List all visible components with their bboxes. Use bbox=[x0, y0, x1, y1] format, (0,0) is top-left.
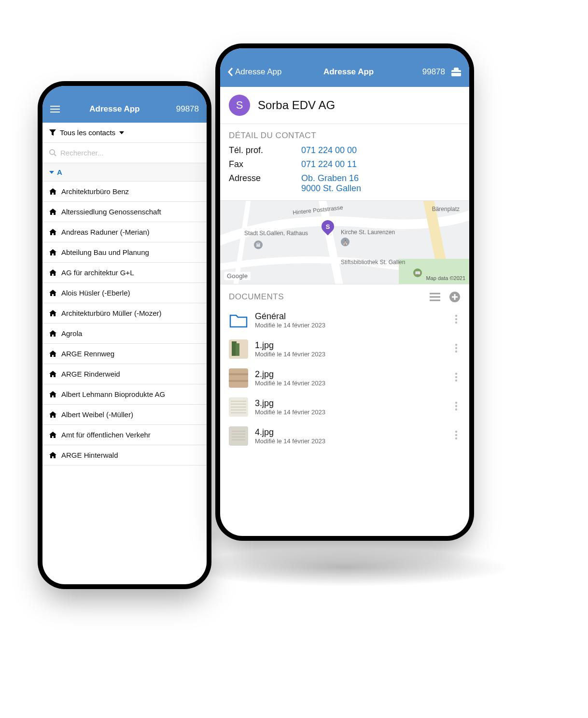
contact-name: Agrola bbox=[61, 329, 82, 338]
contact-row[interactable]: Architekturbüro Müller (-Mozer) bbox=[42, 303, 207, 324]
search-bar[interactable] bbox=[42, 143, 207, 163]
file-thumbnail bbox=[229, 426, 248, 446]
contact-name: ARGE Hinterwald bbox=[61, 451, 118, 459]
contact-row[interactable]: ARGE Rinderweid bbox=[42, 364, 207, 384]
document-name: Général bbox=[255, 311, 445, 322]
contact-row[interactable]: Alois Hüsler (-Eberle) bbox=[42, 283, 207, 303]
detail-phone-row: Tél. prof. 071 224 00 00 bbox=[220, 143, 469, 157]
home-icon bbox=[49, 209, 56, 215]
svg-rect-23 bbox=[229, 380, 248, 382]
document-row[interactable]: 1.jpgModifié le 14 février 2023 bbox=[220, 335, 469, 364]
document-row[interactable]: 3.jpgModifié le 14 février 2023 bbox=[220, 393, 469, 422]
svg-point-35 bbox=[455, 408, 457, 410]
document-row[interactable]: 4.jpgModifié le 14 février 2023 bbox=[220, 422, 469, 451]
detail-phone-label: Tél. prof. bbox=[229, 145, 301, 155]
contact-name: Amt für öffentlichen Verkehr bbox=[61, 431, 151, 439]
detail-address-label: Adresse bbox=[229, 173, 301, 194]
contact-row[interactable]: Albert Lehmann Bioprodukte AG bbox=[42, 384, 207, 405]
svg-point-43 bbox=[455, 437, 457, 439]
app-title: Adresse App bbox=[89, 104, 140, 114]
detail-address-value[interactable]: Ob. Graben 16 9000 St. Gallen bbox=[301, 173, 361, 194]
svg-point-3 bbox=[50, 150, 55, 155]
app-header: Adresse App Adresse App 99878 bbox=[220, 48, 469, 87]
search-input[interactable] bbox=[60, 149, 200, 157]
more-vertical-icon bbox=[455, 430, 458, 440]
detail-section-title: DÉTAIL DU CONTACT bbox=[220, 124, 469, 143]
contacts-section-header[interactable]: A bbox=[42, 163, 207, 182]
contact-row[interactable]: Alterssiedlung Genossenschaft bbox=[42, 202, 207, 222]
document-more-button[interactable] bbox=[452, 369, 461, 387]
home-icon bbox=[49, 391, 56, 397]
address-line2: 9000 St. Gallen bbox=[301, 183, 361, 194]
map-label-baerenplatz: Bärenplatz bbox=[432, 206, 460, 212]
contact-header: S Sorba EDV AG bbox=[220, 87, 469, 124]
app-header-id: 99878 bbox=[176, 104, 199, 114]
contact-name: Alois Hüsler (-Eberle) bbox=[61, 289, 130, 297]
menu-icon[interactable] bbox=[50, 105, 60, 113]
plus-circle-icon bbox=[449, 291, 461, 303]
contact-row[interactable]: Architekturbüro Benz bbox=[42, 182, 207, 202]
contact-name: ARGE Rennweg bbox=[61, 350, 114, 358]
document-row[interactable]: 2.jpgModifié le 14 février 2023 bbox=[220, 364, 469, 393]
home-icon bbox=[49, 371, 56, 377]
home-icon bbox=[49, 411, 56, 418]
map-label-stift: Stiftsbibliothek St. Gallen bbox=[341, 259, 405, 266]
contact-row[interactable]: Agrola bbox=[42, 324, 207, 344]
svg-line-4 bbox=[54, 154, 56, 156]
back-button[interactable]: Adresse App bbox=[228, 67, 281, 77]
app-header-id: 99878 bbox=[422, 67, 445, 77]
contact-row[interactable]: Andreas Raduner (-Merian) bbox=[42, 222, 207, 242]
home-icon bbox=[49, 188, 56, 195]
svg-point-24 bbox=[455, 373, 457, 375]
document-name: 1.jpg bbox=[255, 340, 445, 351]
home-icon bbox=[49, 432, 56, 438]
document-more-button[interactable] bbox=[452, 311, 461, 329]
detail-fax-label: Fax bbox=[229, 159, 301, 169]
svg-rect-5 bbox=[451, 72, 461, 73]
document-more-button[interactable] bbox=[452, 340, 461, 358]
documents-view-button[interactable] bbox=[430, 293, 440, 301]
contact-name: Alterssiedlung Genossenschaft bbox=[61, 208, 161, 216]
document-row[interactable]: GénéralModifié le 14 février 2023 bbox=[220, 306, 469, 335]
contact-row[interactable]: Abteilung Bau und Planung bbox=[42, 242, 207, 263]
document-name: 2.jpg bbox=[255, 369, 445, 380]
toolbox-button[interactable] bbox=[451, 68, 462, 76]
more-vertical-icon bbox=[455, 314, 458, 324]
svg-rect-21 bbox=[229, 368, 248, 388]
map-marker: S bbox=[319, 218, 337, 236]
contact-row[interactable]: Albert Weibel (-Müller) bbox=[42, 405, 207, 425]
contact-row[interactable]: ARGE Hinterwald bbox=[42, 445, 207, 465]
app-header: Adresse App 99878 bbox=[42, 86, 207, 123]
contact-row[interactable]: Amt für öffentlichen Verkehr bbox=[42, 425, 207, 445]
detail-phone-value[interactable]: 071 224 00 00 bbox=[301, 145, 357, 155]
file-thumbnail bbox=[229, 339, 248, 359]
more-vertical-icon bbox=[455, 343, 458, 353]
avatar-initial: S bbox=[236, 99, 243, 112]
contact-name: AG für architektur G+L bbox=[61, 268, 134, 277]
map[interactable]: Hintere Poststrasse Bärenplatz Stadt St.… bbox=[220, 200, 469, 284]
document-more-button[interactable] bbox=[452, 427, 461, 445]
contacts-section-letter: A bbox=[57, 168, 62, 176]
documents-add-button[interactable] bbox=[449, 291, 461, 303]
home-icon bbox=[49, 452, 56, 458]
document-info: 4.jpgModifié le 14 février 2023 bbox=[255, 427, 445, 445]
svg-point-26 bbox=[455, 380, 457, 381]
contact-name: ARGE Rinderweid bbox=[61, 370, 120, 378]
document-more-button[interactable] bbox=[452, 398, 461, 416]
svg-rect-22 bbox=[229, 373, 248, 375]
detail-fax-value[interactable]: 071 224 00 11 bbox=[301, 159, 357, 169]
google-badge: Google bbox=[224, 272, 251, 280]
document-info: 1.jpgModifié le 14 février 2023 bbox=[255, 340, 445, 358]
document-info: 3.jpgModifié le 14 février 2023 bbox=[255, 398, 445, 416]
contact-row[interactable]: ARGE Rennweg bbox=[42, 344, 207, 364]
contact-name: Architekturbüro Benz bbox=[61, 187, 129, 196]
svg-point-34 bbox=[455, 405, 457, 407]
document-meta: Modifié le 14 février 2023 bbox=[255, 380, 445, 387]
document-name: 4.jpg bbox=[255, 427, 445, 437]
document-meta: Modifié le 14 février 2023 bbox=[255, 408, 445, 416]
contact-row[interactable]: AG für architektur G+L bbox=[42, 263, 207, 283]
home-icon bbox=[49, 229, 56, 235]
contact-name: Architekturbüro Müller (-Mozer) bbox=[61, 309, 162, 317]
contacts-filter[interactable]: Tous les contacts bbox=[42, 123, 207, 143]
map-label-rathaus: Stadt St.Gallen, Rathaus bbox=[244, 230, 308, 237]
